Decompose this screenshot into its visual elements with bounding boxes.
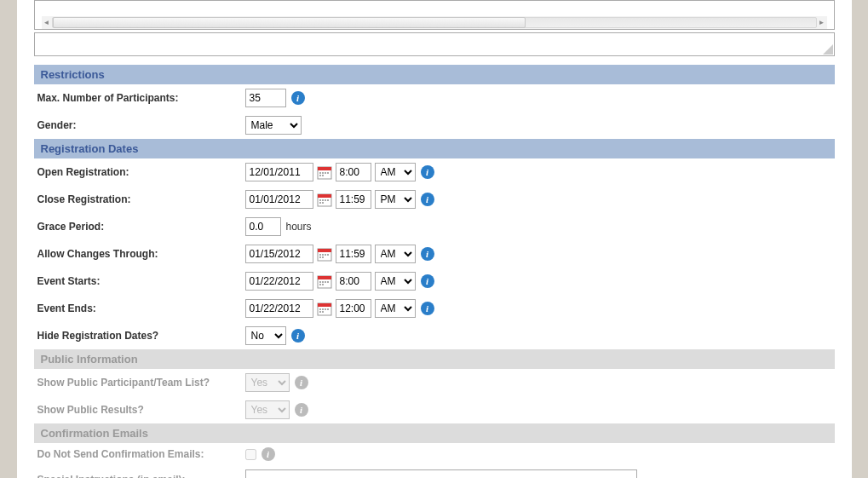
row-max-participants: Max. Number of Participants: i <box>34 84 835 112</box>
show-public-results-select: Yes <box>245 400 290 419</box>
editor-horizontal-scrollbar[interactable]: ◄ ► <box>42 16 827 29</box>
close-reg-ampm-select[interactable]: PM <box>375 190 416 209</box>
info-icon[interactable]: i <box>295 376 308 389</box>
svg-rect-37 <box>327 308 329 310</box>
svg-rect-39 <box>322 311 324 313</box>
close-reg-time-input[interactable] <box>336 190 371 209</box>
gender-select[interactable]: Male <box>245 116 302 135</box>
row-special-instructions: Special Instructions (in email): <box>34 465 835 478</box>
allow-changes-time-input[interactable] <box>336 245 371 263</box>
svg-rect-3 <box>322 172 324 174</box>
row-allow-changes: Allow Changes Through: AM i <box>34 240 835 268</box>
info-icon[interactable]: i <box>421 274 434 288</box>
event-ends-time-input[interactable] <box>336 299 371 318</box>
row-do-not-send-conf: Do Not Send Confirmation Emails: i <box>34 443 835 465</box>
scroll-track[interactable] <box>52 17 817 28</box>
event-starts-date-input[interactable] <box>245 272 313 291</box>
special-instructions-textarea[interactable] <box>245 469 637 478</box>
open-reg-ampm-select[interactable]: AM <box>375 163 416 181</box>
row-gender: Gender: Male <box>34 112 835 139</box>
event-ends-date-input[interactable] <box>245 299 313 318</box>
svg-rect-17 <box>318 249 331 252</box>
svg-rect-18 <box>319 254 321 256</box>
info-icon[interactable]: i <box>421 165 434 179</box>
info-icon[interactable]: i <box>262 447 275 461</box>
label-gender: Gender: <box>34 119 245 131</box>
info-icon[interactable]: i <box>421 302 434 315</box>
svg-rect-38 <box>319 311 321 313</box>
svg-rect-2 <box>319 172 321 174</box>
svg-rect-9 <box>318 194 331 198</box>
label-close-registration: Close Registration: <box>34 193 245 205</box>
svg-rect-22 <box>319 256 321 258</box>
svg-rect-19 <box>322 254 324 256</box>
resize-handle[interactable] <box>823 44 833 55</box>
close-reg-date-input[interactable] <box>245 190 313 209</box>
calendar-icon[interactable] <box>317 274 332 289</box>
row-show-public-results: Show Public Results? Yes i <box>34 396 835 423</box>
hide-reg-dates-select[interactable]: No <box>245 326 286 345</box>
event-starts-ampm-select[interactable]: AM <box>375 272 416 291</box>
allow-changes-date-input[interactable] <box>245 245 313 263</box>
allow-changes-ampm-select[interactable]: AM <box>375 245 416 263</box>
row-close-registration: Close Registration: PM i <box>34 186 835 213</box>
info-icon[interactable]: i <box>291 329 305 343</box>
svg-rect-25 <box>318 276 331 279</box>
section-header-restrictions: Restrictions <box>34 65 835 84</box>
svg-rect-27 <box>322 281 324 283</box>
svg-rect-33 <box>318 303 331 307</box>
editor-top-area: ◄ ► <box>34 0 835 30</box>
svg-rect-4 <box>325 172 326 174</box>
svg-rect-1 <box>318 167 331 170</box>
editor-bottom-area <box>34 32 835 56</box>
svg-rect-12 <box>325 199 326 201</box>
label-hide-reg-dates: Hide Registration Dates? <box>34 330 245 342</box>
label-allow-changes: Allow Changes Through: <box>34 248 245 260</box>
section-header-registration-dates: Registration Dates <box>34 139 835 158</box>
calendar-icon[interactable] <box>317 301 332 316</box>
section-header-public-info: Public Information <box>34 349 835 369</box>
label-grace-period: Grace Period: <box>34 221 245 233</box>
svg-rect-21 <box>327 254 329 256</box>
label-event-starts: Event Starts: <box>34 275 245 287</box>
svg-rect-31 <box>322 284 324 285</box>
calendar-icon[interactable] <box>317 164 332 180</box>
svg-rect-5 <box>327 172 329 174</box>
page-wrapper: ◄ ► Restrictions Max. Number of Particip… <box>17 0 852 478</box>
label-show-public-results: Show Public Results? <box>34 404 245 416</box>
info-icon[interactable]: i <box>421 247 434 261</box>
grace-period-input[interactable] <box>245 217 281 236</box>
scroll-right-arrow[interactable]: ► <box>817 17 827 28</box>
info-icon[interactable]: i <box>291 91 305 105</box>
event-starts-time-input[interactable] <box>336 272 371 291</box>
svg-rect-30 <box>319 284 321 285</box>
calendar-icon[interactable] <box>317 246 332 262</box>
info-icon[interactable]: i <box>295 403 308 417</box>
section-header-confirmation-emails: Confirmation Emails <box>34 423 835 443</box>
scroll-thumb[interactable] <box>53 17 526 28</box>
svg-rect-20 <box>325 254 326 256</box>
svg-rect-14 <box>319 202 321 204</box>
svg-rect-11 <box>322 199 324 201</box>
svg-rect-7 <box>322 175 324 176</box>
calendar-icon[interactable] <box>317 192 332 207</box>
row-open-registration: Open Registration: AM i <box>34 158 835 186</box>
row-event-ends: Event Ends: AM i <box>34 295 835 322</box>
event-ends-ampm-select[interactable]: AM <box>375 299 416 318</box>
info-icon[interactable]: i <box>421 193 434 206</box>
max-participants-input[interactable] <box>245 89 286 107</box>
svg-rect-28 <box>325 281 326 283</box>
grace-period-unit: hours <box>286 221 312 233</box>
label-show-public-list: Show Public Participant/Team List? <box>34 377 245 389</box>
row-show-public-list: Show Public Participant/Team List? Yes i <box>34 369 835 396</box>
open-reg-time-input[interactable] <box>336 163 371 181</box>
label-event-ends: Event Ends: <box>34 302 245 314</box>
open-reg-date-input[interactable] <box>245 163 313 181</box>
label-max-participants: Max. Number of Participants: <box>34 92 245 104</box>
scroll-left-arrow[interactable]: ◄ <box>42 17 52 28</box>
svg-rect-6 <box>319 175 321 176</box>
svg-rect-13 <box>327 199 329 201</box>
svg-rect-26 <box>319 281 321 283</box>
row-grace-period: Grace Period: hours <box>34 213 835 240</box>
svg-rect-35 <box>322 308 324 310</box>
